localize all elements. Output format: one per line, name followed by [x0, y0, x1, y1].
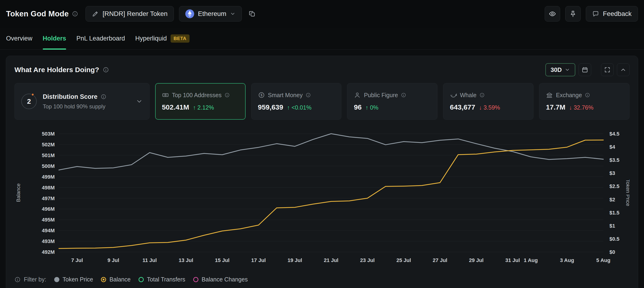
- copy-button[interactable]: [247, 6, 257, 22]
- main-content: What Are Holders Doing? 30D: [0, 50, 644, 288]
- legend-total-transfers[interactable]: Total Transfers: [138, 276, 185, 283]
- info-icon: [480, 92, 485, 98]
- svg-text:9 Jul: 9 Jul: [108, 257, 119, 263]
- svg-text:$1.5: $1.5: [610, 210, 620, 216]
- token-selector-label: [RNDR] Render Token: [102, 10, 168, 18]
- stat-card-public-figure[interactable]: Public Figure 96 ↑ 0%: [347, 83, 438, 120]
- svg-text:21 Jul: 21 Jul: [324, 257, 338, 263]
- svg-text:$2.5: $2.5: [610, 183, 620, 189]
- watchlist-button[interactable]: [545, 6, 560, 22]
- chevron-up-icon: [620, 67, 626, 73]
- tab-pnl-leaderboard[interactable]: PnL Leaderboard: [76, 28, 125, 49]
- tab-overview[interactable]: Overview: [6, 28, 32, 49]
- filter-by-label: Filter by:: [24, 276, 46, 283]
- svg-text:494M: 494M: [42, 228, 55, 233]
- feedback-label: Feedback: [603, 10, 632, 18]
- chain-selector-button[interactable]: Ethereum: [179, 6, 242, 22]
- feedback-button[interactable]: Feedback: [586, 6, 638, 22]
- whale-icon: [450, 92, 457, 99]
- info-icon: [224, 92, 230, 98]
- info-icon: [14, 276, 20, 282]
- calendar-icon: [582, 67, 588, 73]
- chart-area: 492M493M494M495M496M497M498M499M500M501M…: [14, 127, 630, 269]
- stat-card-exchange[interactable]: Exchange 17.7M ↓ 32.76%: [539, 83, 630, 120]
- pin-button[interactable]: [565, 6, 581, 22]
- tab-holders[interactable]: Holders: [43, 28, 66, 49]
- speech-bubble-icon: [592, 10, 599, 17]
- balance-changes-radio: [193, 277, 198, 282]
- coin-icon: $: [258, 92, 265, 99]
- distribution-score-value: 2: [21, 94, 37, 109]
- stat-card-title: Whale: [460, 92, 476, 99]
- svg-text:496M: 496M: [42, 206, 55, 212]
- svg-text:492M: 492M: [42, 249, 55, 255]
- svg-text:23 Jul: 23 Jul: [360, 257, 374, 263]
- svg-text:5 Aug: 5 Aug: [596, 257, 610, 263]
- top-bar: Token God Mode [RNDR] Render Token Ether…: [0, 0, 644, 28]
- stat-card-title: Public Figure: [364, 92, 398, 99]
- copy-icon: [248, 10, 256, 18]
- info-icon: [101, 94, 106, 99]
- beta-badge: BETA: [170, 34, 190, 43]
- stat-card-value: 502.41M: [162, 103, 189, 111]
- svg-text:$1: $1: [610, 223, 615, 229]
- svg-text:25 Jul: 25 Jul: [396, 257, 411, 263]
- stat-card-value: 17.7M: [546, 103, 565, 111]
- banknote-icon: [162, 92, 169, 99]
- svg-text:1 Aug: 1 Aug: [524, 257, 538, 263]
- info-icon: [585, 92, 590, 98]
- svg-text:503M: 503M: [42, 131, 55, 137]
- svg-text:Token Price: Token Price: [625, 179, 630, 206]
- stat-card-value: 643,677: [450, 103, 475, 111]
- stat-card-whale[interactable]: Whale 643,677 ↓ 3.59%: [443, 83, 534, 120]
- stat-card-top-100-addresses[interactable]: Top 100 Addresses 502.41M ↑ 2.12%: [155, 83, 246, 120]
- stat-card-title: Top 100 Addresses: [172, 92, 222, 99]
- info-icon: [103, 67, 109, 73]
- timeframe-label: 30D: [550, 66, 562, 74]
- svg-text:15 Jul: 15 Jul: [215, 257, 230, 263]
- pencil-icon: [92, 10, 99, 17]
- distribution-score-card[interactable]: 2 Distribution Score Top 100 hold 90% su…: [14, 83, 150, 120]
- calendar-button[interactable]: [578, 63, 591, 76]
- svg-text:501M: 501M: [42, 153, 55, 158]
- tab-hyperliquid[interactable]: Hyperliquid BETA: [135, 28, 190, 49]
- info-icon: [72, 11, 78, 17]
- legend-balance[interactable]: Balance: [101, 276, 130, 283]
- legend-balance-changes[interactable]: Balance Changes: [193, 276, 248, 283]
- eye-icon: [549, 10, 556, 18]
- stat-card-change: ↑ <0.01%: [287, 104, 312, 111]
- stat-card-change: ↓ 3.59%: [479, 104, 500, 111]
- svg-text:$0.5: $0.5: [610, 236, 620, 242]
- holders-panel: What Are Holders Doing? 30D: [6, 56, 638, 288]
- holders-chart[interactable]: 492M493M494M495M496M497M498M499M500M501M…: [14, 127, 630, 269]
- distribution-score-title: Distribution Score: [43, 93, 98, 100]
- alert-dot: [31, 93, 34, 96]
- stat-card-smart-money[interactable]: $ Smart Money 959,639 ↑ <0.01%: [251, 83, 342, 120]
- svg-text:499M: 499M: [42, 174, 55, 180]
- fullscreen-button[interactable]: [601, 63, 614, 76]
- svg-text:$4: $4: [610, 144, 615, 150]
- svg-text:$: $: [260, 93, 262, 97]
- svg-text:7 Jul: 7 Jul: [71, 257, 83, 263]
- chevron-down-icon: [564, 67, 570, 73]
- chevron-down-icon[interactable]: [136, 98, 143, 105]
- collapse-button[interactable]: [617, 63, 630, 76]
- svg-text:19 Jul: 19 Jul: [288, 257, 302, 263]
- svg-text:493M: 493M: [42, 238, 55, 244]
- svg-text:29 Jul: 29 Jul: [469, 257, 484, 263]
- svg-text:13 Jul: 13 Jul: [179, 257, 193, 263]
- legend-token-price[interactable]: Token Price: [54, 276, 93, 283]
- pin-icon: [569, 10, 577, 18]
- svg-text:502M: 502M: [42, 142, 55, 148]
- token-selector-button[interactable]: [RNDR] Render Token: [86, 6, 174, 22]
- stat-card-value: 96: [354, 103, 362, 111]
- svg-text:$2: $2: [610, 197, 615, 203]
- svg-text:$3: $3: [610, 170, 615, 176]
- person-icon: [354, 92, 361, 99]
- svg-text:500M: 500M: [42, 163, 55, 169]
- svg-text:3 Aug: 3 Aug: [560, 257, 574, 263]
- bank-icon: [546, 92, 553, 99]
- timeframe-selector[interactable]: 30D: [546, 63, 575, 76]
- stat-card-value: 959,639: [258, 103, 283, 111]
- svg-text:31 Jul: 31 Jul: [506, 257, 520, 263]
